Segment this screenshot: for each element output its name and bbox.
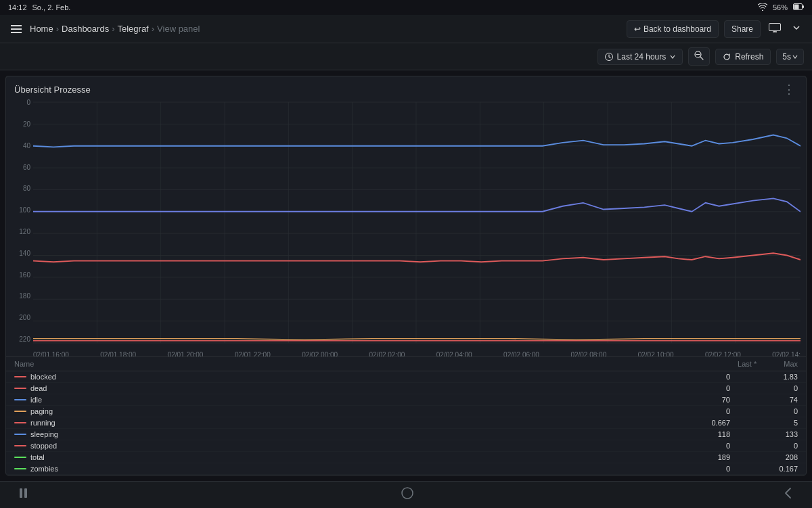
- legend-max-value: 74: [757, 396, 798, 404]
- legend-col-max: Max: [784, 360, 798, 368]
- legend-name: idle: [14, 396, 703, 404]
- refresh-interval-label: 5s: [782, 52, 791, 62]
- legend-max-value: 133: [757, 430, 798, 438]
- legend-series-name: idle: [30, 396, 42, 404]
- x-label-5: 02/02 02:00: [369, 351, 405, 356]
- legend-last-value: 0.667: [703, 419, 757, 427]
- legend-max-value: 0: [757, 442, 798, 450]
- legend-last-value: 0: [703, 384, 757, 392]
- status-bar: 14:12 So., 2. Feb. 56%: [0, 0, 812, 15]
- back-button-label: Back to dashboard: [644, 24, 711, 34]
- legend-color-indicator: [14, 457, 26, 458]
- legend-row[interactable]: blocked 0 1.83: [6, 371, 806, 383]
- y-label-100: 100: [6, 207, 30, 214]
- legend-series-name: dead: [30, 384, 47, 392]
- refresh-button[interactable]: Refresh: [715, 49, 771, 65]
- x-label-0: 02/01 16:00: [33, 351, 69, 356]
- svg-rect-33: [20, 488, 22, 498]
- breadcrumb-dashboards[interactable]: Dashboards: [62, 24, 109, 34]
- chart-area: 220 200 180 160 140 120 100 80 60 40 20 …: [6, 99, 806, 356]
- chart-line-running: [33, 253, 800, 262]
- status-time: 14:12: [8, 3, 27, 11]
- back-to-dashboard-button[interactable]: ↩ Back to dashboard: [627, 20, 719, 38]
- legend-series-name: paging: [30, 407, 53, 415]
- breadcrumb-current: View panel: [157, 24, 200, 34]
- legend-row[interactable]: idle 70 74: [6, 394, 806, 406]
- legend-max-value: 0.167: [757, 465, 798, 473]
- legend-row[interactable]: dead 0 0: [6, 383, 806, 394]
- legend-name: total: [14, 453, 703, 461]
- y-label-120: 120: [6, 229, 30, 235]
- pause-button[interactable]: [16, 485, 34, 505]
- breadcrumb-telegraf[interactable]: Telegraf: [117, 24, 148, 34]
- legend-max-value: 0: [757, 384, 798, 392]
- legend-series-name: running: [30, 419, 55, 427]
- legend-series-name: blocked: [30, 373, 56, 381]
- time-range-button[interactable]: Last 24 hours: [597, 49, 683, 65]
- legend-row[interactable]: zombies 0 0.167: [6, 463, 806, 475]
- legend-col-name: Name: [14, 360, 738, 368]
- breadcrumb-home[interactable]: Home: [30, 24, 53, 34]
- zoom-icon: [694, 51, 704, 60]
- y-axis: 220 200 180 160 140 120 100 80 60 40 20 …: [6, 99, 33, 343]
- legend-name: blocked: [14, 373, 703, 381]
- legend-row[interactable]: stopped 0 0: [6, 440, 806, 452]
- breadcrumb-sep-1: ›: [56, 24, 59, 34]
- zoom-out-button[interactable]: [688, 47, 710, 66]
- legend-row[interactable]: running 0.667 5: [6, 417, 806, 429]
- chart-svg: [33, 102, 800, 343]
- back-arrow-icon: ↩: [634, 24, 641, 34]
- legend-series-name: stopped: [30, 442, 57, 450]
- legend-name: zombies: [14, 465, 703, 473]
- x-label-9: 02/02 10:00: [638, 351, 674, 356]
- x-label-1: 02/01 18:00: [100, 351, 136, 356]
- x-label-10: 02/02 12:00: [705, 351, 741, 356]
- chart-line-idle: [33, 135, 800, 147]
- legend-color-indicator: [14, 445, 26, 446]
- legend-last-value: 70: [703, 396, 757, 404]
- battery-percentage: 56%: [773, 3, 788, 11]
- legend-row[interactable]: sleeping 118 133: [6, 429, 806, 440]
- legend-max-value: 5: [757, 419, 798, 427]
- breadcrumb-sep-2: ›: [112, 24, 114, 34]
- refresh-interval-button[interactable]: 5s: [776, 49, 804, 65]
- legend-series-name: zombies: [30, 465, 58, 473]
- wifi-icon: [758, 3, 767, 12]
- legend-last-value: 0: [703, 373, 757, 381]
- home-button[interactable]: [399, 484, 416, 505]
- legend-last-value: 0: [703, 407, 757, 415]
- hamburger-button[interactable]: [8, 22, 24, 36]
- x-axis: 02/01 16:00 02/01 18:00 02/01 20:00 02/0…: [33, 345, 800, 356]
- legend-rows-container: blocked 0 1.83 dead 0 0 idle 70 74 pagin…: [6, 371, 806, 475]
- legend-color-indicator: [14, 399, 26, 400]
- legend-name: dead: [14, 384, 703, 392]
- y-label-220: 220: [6, 336, 30, 343]
- legend-name: paging: [14, 407, 703, 415]
- legend-row[interactable]: paging 0 0: [6, 406, 806, 417]
- panel-title: Übersicht Prozesse: [14, 85, 91, 95]
- x-label-6: 02/02 04:00: [436, 351, 472, 356]
- main-content: Übersicht Prozesse ⋮ 220 200 180 160 140…: [0, 70, 812, 481]
- share-button[interactable]: Share: [724, 20, 761, 38]
- legend-row[interactable]: total 189 208: [6, 452, 806, 463]
- panel-menu-button[interactable]: ⋮: [780, 82, 798, 97]
- clock-icon: [605, 53, 613, 61]
- legend-header: Name Last * Max: [6, 357, 806, 371]
- top-nav: Home › Dashboards › Telegraf › View pane…: [0, 15, 812, 43]
- legend-last-value: 0: [703, 442, 757, 450]
- back-button[interactable]: [781, 484, 796, 505]
- breadcrumb-sep-3: ›: [152, 24, 154, 34]
- y-label-160: 160: [6, 272, 30, 279]
- monitor-button[interactable]: [766, 20, 784, 38]
- legend-color-indicator: [14, 376, 26, 377]
- legend-table: Name Last * Max blocked 0 1.83 dead 0 0 …: [6, 356, 806, 475]
- legend-color-indicator: [14, 434, 26, 435]
- legend-color-indicator: [14, 422, 26, 423]
- breadcrumb: Home › Dashboards › Telegraf › View pane…: [30, 24, 200, 34]
- expand-button[interactable]: [789, 20, 804, 38]
- y-label-20: 20: [6, 121, 30, 128]
- legend-series-name: sleeping: [30, 430, 58, 438]
- status-bar-right: 56%: [758, 3, 804, 12]
- legend-series-name: total: [30, 453, 45, 461]
- panel-header: Übersicht Prozesse ⋮: [6, 76, 806, 99]
